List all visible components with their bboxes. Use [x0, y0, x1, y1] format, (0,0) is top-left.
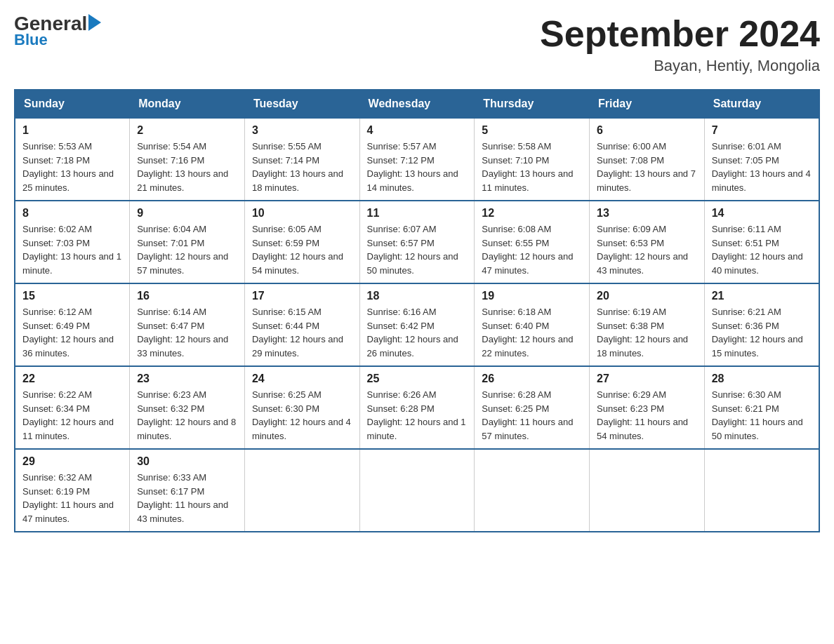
- title-block: September 2024 Bayan, Hentiy, Mongolia: [540, 14, 820, 75]
- day-number: 4: [367, 124, 468, 137]
- day-info: Sunrise: 6:04 AMSunset: 7:01 PMDaylight:…: [137, 222, 237, 277]
- day-number: 18: [367, 290, 468, 302]
- day-number: 26: [482, 373, 582, 385]
- day-info: Sunrise: 6:01 AMSunset: 7:05 PMDaylight:…: [712, 140, 812, 194]
- calendar-cell: 11Sunrise: 6:07 AMSunset: 6:57 PMDayligh…: [359, 201, 475, 283]
- day-number: 22: [22, 373, 122, 385]
- calendar-cell: 20Sunrise: 6:19 AMSunset: 6:38 PMDayligh…: [590, 283, 705, 366]
- month-title: September 2024: [540, 14, 820, 54]
- day-number: 2: [137, 124, 237, 137]
- day-info: Sunrise: 6:30 AMSunset: 6:21 PMDaylight:…: [712, 388, 812, 443]
- calendar-cell: 28Sunrise: 6:30 AMSunset: 6:21 PMDayligh…: [704, 366, 819, 449]
- day-number: 11: [367, 207, 468, 220]
- calendar-cell: [704, 449, 819, 532]
- calendar-cell: 6Sunrise: 6:00 AMSunset: 7:08 PMDaylight…: [590, 118, 705, 201]
- calendar-cell: 10Sunrise: 6:05 AMSunset: 6:59 PMDayligh…: [244, 201, 359, 283]
- day-info: Sunrise: 6:28 AMSunset: 6:25 PMDaylight:…: [482, 388, 582, 443]
- calendar-cell: 24Sunrise: 6:25 AMSunset: 6:30 PMDayligh…: [244, 366, 359, 449]
- day-number: 28: [712, 373, 812, 385]
- calendar-cell: 4Sunrise: 5:57 AMSunset: 7:12 PMDaylight…: [359, 118, 475, 201]
- header-saturday: Saturday: [704, 90, 819, 118]
- calendar-row: 22Sunrise: 6:22 AMSunset: 6:34 PMDayligh…: [15, 366, 819, 449]
- calendar-cell: 1Sunrise: 5:53 AMSunset: 7:18 PMDaylight…: [15, 118, 130, 201]
- header-tuesday: Tuesday: [244, 90, 359, 118]
- day-number: 5: [482, 124, 582, 137]
- day-info: Sunrise: 6:33 AMSunset: 6:17 PMDaylight:…: [137, 471, 237, 525]
- day-number: 27: [597, 373, 697, 385]
- calendar-cell: 8Sunrise: 6:02 AMSunset: 7:03 PMDaylight…: [15, 201, 130, 283]
- day-info: Sunrise: 6:16 AMSunset: 6:42 PMDaylight:…: [367, 305, 468, 360]
- day-info: Sunrise: 6:21 AMSunset: 6:36 PMDaylight:…: [712, 305, 812, 360]
- calendar-cell: 3Sunrise: 5:55 AMSunset: 7:14 PMDaylight…: [244, 118, 359, 201]
- day-info: Sunrise: 6:18 AMSunset: 6:40 PMDaylight:…: [482, 305, 582, 360]
- day-number: 15: [22, 290, 122, 302]
- day-info: Sunrise: 6:05 AMSunset: 6:59 PMDaylight:…: [252, 222, 352, 277]
- day-number: 17: [252, 290, 352, 302]
- calendar-row: 1Sunrise: 5:53 AMSunset: 7:18 PMDaylight…: [15, 118, 819, 201]
- calendar-cell: 9Sunrise: 6:04 AMSunset: 7:01 PMDaylight…: [130, 201, 245, 283]
- day-number: 16: [137, 290, 237, 302]
- day-number: 1: [22, 124, 122, 137]
- calendar-cell: 13Sunrise: 6:09 AMSunset: 6:53 PMDayligh…: [590, 201, 705, 283]
- calendar-cell: 14Sunrise: 6:11 AMSunset: 6:51 PMDayligh…: [704, 201, 819, 283]
- calendar-cell: 30Sunrise: 6:33 AMSunset: 6:17 PMDayligh…: [130, 449, 245, 532]
- calendar-cell: 18Sunrise: 6:16 AMSunset: 6:42 PMDayligh…: [359, 283, 475, 366]
- day-info: Sunrise: 5:53 AMSunset: 7:18 PMDaylight:…: [22, 140, 122, 194]
- calendar-row: 29Sunrise: 6:32 AMSunset: 6:19 PMDayligh…: [15, 449, 819, 532]
- calendar-cell: [244, 449, 359, 532]
- logo-triangle-icon: [88, 14, 101, 31]
- calendar-cell: 17Sunrise: 6:15 AMSunset: 6:44 PMDayligh…: [244, 283, 359, 366]
- location: Bayan, Hentiy, Mongolia: [540, 57, 820, 75]
- calendar-cell: [475, 449, 590, 532]
- day-info: Sunrise: 6:23 AMSunset: 6:32 PMDaylight:…: [137, 388, 237, 443]
- day-number: 23: [137, 373, 237, 385]
- day-number: 21: [712, 290, 812, 302]
- calendar-table: Sunday Monday Tuesday Wednesday Thursday…: [14, 89, 820, 532]
- day-info: Sunrise: 6:32 AMSunset: 6:19 PMDaylight:…: [22, 471, 122, 525]
- day-number: 20: [597, 290, 697, 302]
- calendar-cell: 19Sunrise: 6:18 AMSunset: 6:40 PMDayligh…: [475, 283, 590, 366]
- day-number: 25: [367, 373, 468, 385]
- calendar-cell: 2Sunrise: 5:54 AMSunset: 7:16 PMDaylight…: [130, 118, 245, 201]
- day-info: Sunrise: 6:25 AMSunset: 6:30 PMDaylight:…: [252, 388, 352, 443]
- day-info: Sunrise: 6:02 AMSunset: 7:03 PMDaylight:…: [22, 222, 122, 277]
- logo: General Blue: [14, 14, 101, 49]
- day-number: 6: [597, 124, 697, 137]
- day-number: 7: [712, 124, 812, 137]
- header-friday: Friday: [590, 90, 705, 118]
- calendar-row: 8Sunrise: 6:02 AMSunset: 7:03 PMDaylight…: [15, 201, 819, 283]
- day-info: Sunrise: 6:00 AMSunset: 7:08 PMDaylight:…: [597, 140, 697, 194]
- day-info: Sunrise: 6:26 AMSunset: 6:28 PMDaylight:…: [367, 388, 468, 443]
- day-info: Sunrise: 6:07 AMSunset: 6:57 PMDaylight:…: [367, 222, 468, 277]
- day-number: 24: [252, 373, 352, 385]
- day-info: Sunrise: 6:29 AMSunset: 6:23 PMDaylight:…: [597, 388, 697, 443]
- calendar-cell: 16Sunrise: 6:14 AMSunset: 6:47 PMDayligh…: [130, 283, 245, 366]
- day-number: 8: [22, 207, 122, 220]
- header-thursday: Thursday: [475, 90, 590, 118]
- header-wednesday: Wednesday: [359, 90, 475, 118]
- calendar-cell: 26Sunrise: 6:28 AMSunset: 6:25 PMDayligh…: [475, 366, 590, 449]
- calendar-cell: 21Sunrise: 6:21 AMSunset: 6:36 PMDayligh…: [704, 283, 819, 366]
- day-info: Sunrise: 5:55 AMSunset: 7:14 PMDaylight:…: [252, 140, 352, 194]
- day-info: Sunrise: 5:58 AMSunset: 7:10 PMDaylight:…: [482, 140, 582, 194]
- header-monday: Monday: [130, 90, 245, 118]
- day-info: Sunrise: 5:54 AMSunset: 7:16 PMDaylight:…: [137, 140, 237, 194]
- calendar-cell: 22Sunrise: 6:22 AMSunset: 6:34 PMDayligh…: [15, 366, 130, 449]
- calendar-cell: 27Sunrise: 6:29 AMSunset: 6:23 PMDayligh…: [590, 366, 705, 449]
- calendar-cell: 25Sunrise: 6:26 AMSunset: 6:28 PMDayligh…: [359, 366, 475, 449]
- calendar-row: 15Sunrise: 6:12 AMSunset: 6:49 PMDayligh…: [15, 283, 819, 366]
- day-info: Sunrise: 6:15 AMSunset: 6:44 PMDaylight:…: [252, 305, 352, 360]
- day-number: 12: [482, 207, 582, 220]
- day-number: 29: [22, 455, 122, 468]
- day-info: Sunrise: 6:14 AMSunset: 6:47 PMDaylight:…: [137, 305, 237, 360]
- calendar-cell: 29Sunrise: 6:32 AMSunset: 6:19 PMDayligh…: [15, 449, 130, 532]
- calendar-cell: 12Sunrise: 6:08 AMSunset: 6:55 PMDayligh…: [475, 201, 590, 283]
- calendar-cell: [359, 449, 475, 532]
- day-number: 9: [137, 207, 237, 220]
- logo-blue: Blue: [14, 31, 101, 49]
- day-number: 19: [482, 290, 582, 302]
- day-info: Sunrise: 6:08 AMSunset: 6:55 PMDaylight:…: [482, 222, 582, 277]
- day-info: Sunrise: 6:22 AMSunset: 6:34 PMDaylight:…: [22, 388, 122, 443]
- page-header: General Blue September 2024 Bayan, Henti…: [14, 14, 820, 75]
- day-number: 14: [712, 207, 812, 220]
